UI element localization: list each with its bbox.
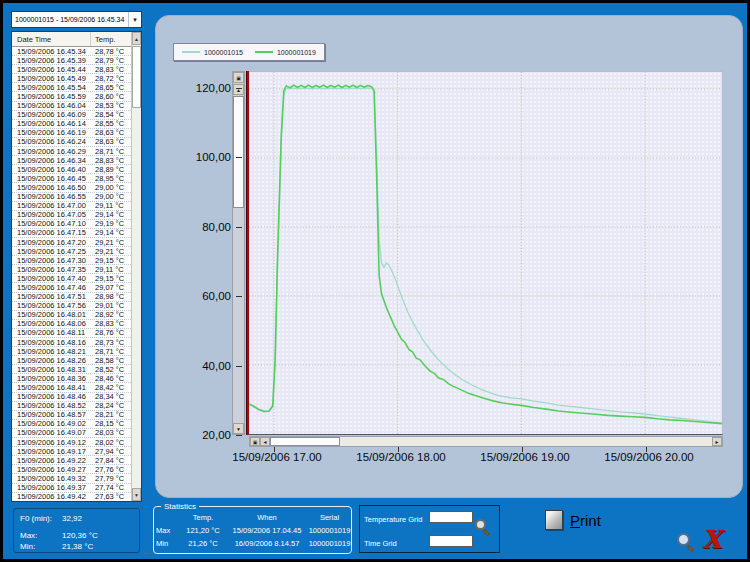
cell-temp: 28,98 °C: [91, 292, 131, 301]
x-axis-tick-mark: [646, 447, 647, 452]
zoom-reset-icon[interactable]: ▣: [250, 437, 260, 446]
cell-datetime: 15/09/2006 16.46.29: [12, 147, 91, 156]
horizontal-scrollbar-thumb[interactable]: [270, 437, 340, 446]
cell-datetime: 15/09/2006 16.48.41: [12, 383, 91, 392]
cell-datetime: 15/09/2006 16.48.26: [12, 356, 91, 365]
vertical-scrollbar-thumb[interactable]: [233, 96, 244, 208]
stats-max-temp: 121,20 °C: [180, 526, 226, 535]
chart-vertical-scrollbar[interactable]: ▣ ▲ ▼: [232, 71, 245, 435]
stats-col-temp: Temp.: [180, 513, 226, 522]
cell-temp: 28,78 °C: [91, 47, 131, 56]
cell-temp: 28,65 °C: [91, 83, 131, 92]
scroll-up-icon[interactable]: ▲: [233, 84, 244, 95]
statistics-title: Statistics: [161, 502, 199, 511]
exit-icon[interactable]: X: [702, 525, 721, 554]
x-axis-tick-label: 15/09/2006 17.00: [222, 451, 332, 463]
stats-max-when: 15/09/2006 17.04.45: [226, 526, 308, 535]
stats-max-serial: 1000001019: [308, 526, 351, 535]
cell-temp: 28,63 °C: [91, 137, 131, 146]
cell-temp: 28,83 °C: [91, 156, 131, 165]
y-axis-tick-mark: [236, 227, 242, 228]
y-axis-tick-mark: [236, 296, 242, 297]
f0-row: F0 (min):32,92: [20, 514, 82, 523]
min-value: 21,38 °C: [62, 542, 93, 551]
session-selector-value: 1000001015 - 15/09/2006 16.45.34: [12, 16, 128, 23]
cell-datetime: 15/09/2006 16.49.22: [12, 456, 91, 465]
cell-datetime: 15/09/2006 16.48.11: [12, 328, 91, 337]
x-axis-tick-mark: [274, 447, 275, 452]
legend-item: 1000001015: [182, 49, 243, 56]
table-scrollbar[interactable]: ▲ ▼: [131, 32, 141, 501]
scroll-up-icon[interactable]: ▲: [132, 32, 141, 45]
cell-datetime: 15/09/2006 16.47.20: [12, 238, 91, 247]
f0-label: F0 (min):: [20, 514, 62, 523]
cell-datetime: 15/09/2006 16.47.30: [12, 256, 91, 265]
min-label: Min:: [20, 542, 62, 551]
table-header-datetime[interactable]: Date Time: [12, 32, 91, 46]
cell-temp: 28,71 °C: [91, 147, 131, 156]
y-axis-tick-label: 80,00: [167, 221, 231, 233]
statistics-grid: Temp. When Serial Max 121,20 °C 15/09/20…: [156, 513, 351, 548]
scroll-right-icon[interactable]: ►: [712, 437, 722, 446]
cell-datetime: 15/09/2006 16.47.10: [12, 219, 91, 228]
cell-datetime: 15/09/2006 16.48.31: [12, 365, 91, 374]
table-header-temp[interactable]: Temp.: [91, 32, 131, 46]
session-selector[interactable]: 1000001015 - 15/09/2006 16.45.34 ▾: [11, 11, 142, 28]
cell-datetime: 15/09/2006 16.46.40: [12, 165, 91, 174]
stats-min-serial: 1000001019: [308, 539, 351, 548]
table-row[interactable]: 15/09/2006 16.49.4227,63 °C: [12, 493, 131, 501]
print-button[interactable]: Print: [570, 512, 601, 529]
cell-datetime: 15/09/2006 16.45.59: [12, 92, 91, 101]
cell-datetime: 15/09/2006 16.45.44: [12, 65, 91, 74]
cell-temp: 28,54 °C: [91, 110, 131, 119]
readings-table: Date Time Temp. 15/09/2006 16.45.3428,78…: [11, 31, 142, 502]
cell-datetime: 15/09/2006 16.48.57: [12, 410, 91, 419]
zoom-reset-icon[interactable]: ▣: [233, 72, 244, 83]
cell-temp: 28,71 °C: [91, 347, 131, 356]
apply-grid-search-icon[interactable]: [475, 519, 486, 530]
y-axis-tick-mark: [236, 157, 242, 158]
cell-datetime: 15/09/2006 16.49.27: [12, 465, 91, 474]
cell-temp: 28,83 °C: [91, 65, 131, 74]
scroll-down-icon[interactable]: ▼: [132, 488, 141, 501]
cell-temp: 28,58 °C: [91, 356, 131, 365]
x-axis-tick-mark: [522, 447, 523, 452]
cell-datetime: 15/09/2006 16.48.52: [12, 401, 91, 410]
cell-datetime: 15/09/2006 16.48.16: [12, 338, 91, 347]
cell-temp: 28,03 °C: [91, 428, 131, 437]
zoom-icon[interactable]: [677, 533, 690, 546]
chart-legend: 10000010151000001019: [173, 43, 325, 61]
print-icon[interactable]: [545, 510, 563, 530]
cell-datetime: 15/09/2006 16.49.37: [12, 483, 91, 492]
cell-temp: 27,84 °C: [91, 456, 131, 465]
temperature-grid-input[interactable]: [429, 511, 473, 523]
cell-datetime: 15/09/2006 16.47.40: [12, 274, 91, 283]
cell-temp: 29,21 °C: [91, 238, 131, 247]
cell-datetime: 15/09/2006 16.49.32: [12, 474, 91, 483]
cell-datetime: 15/09/2006 16.46.50: [12, 183, 91, 192]
y-axis-tick-label: 120,00: [167, 82, 231, 94]
cell-datetime: 15/09/2006 16.49.07: [12, 428, 91, 437]
max-value: 120,36 °C: [62, 531, 98, 540]
readings-table-body: Date Time Temp. 15/09/2006 16.45.3428,78…: [12, 32, 131, 501]
cell-temp: 28,76 °C: [91, 328, 131, 337]
cell-datetime: 15/09/2006 16.45.54: [12, 83, 91, 92]
scroll-left-icon[interactable]: ◄: [260, 437, 270, 446]
table-header-row: Date Time Temp.: [12, 32, 131, 47]
cell-datetime: 15/09/2006 16.46.55: [12, 192, 91, 201]
time-grid-input[interactable]: [429, 535, 473, 547]
cell-temp: 27,94 °C: [91, 447, 131, 456]
chart-horizontal-scrollbar[interactable]: ▣ ◄ ►: [249, 436, 723, 447]
chevron-down-icon[interactable]: ▾: [128, 12, 141, 27]
table-scrollbar-thumb[interactable]: [132, 46, 141, 108]
x-axis-tick-label: 15/09/2006 19.00: [470, 451, 580, 463]
cell-datetime: 15/09/2006 16.47.05: [12, 210, 91, 219]
x-axis-tick-label: 15/09/2006 20.00: [594, 451, 704, 463]
y-axis-tick-label: 60,00: [167, 290, 231, 302]
y-axis-tick-mark: [236, 435, 242, 436]
table-rows: 15/09/2006 16.45.3428,78 °C15/09/2006 16…: [12, 47, 131, 501]
cell-temp: 28,83 °C: [91, 319, 131, 328]
cell-datetime: 15/09/2006 16.45.39: [12, 56, 91, 65]
scroll-down-icon[interactable]: ▼: [233, 423, 244, 434]
cell-temp: 29,15 °C: [91, 274, 131, 283]
